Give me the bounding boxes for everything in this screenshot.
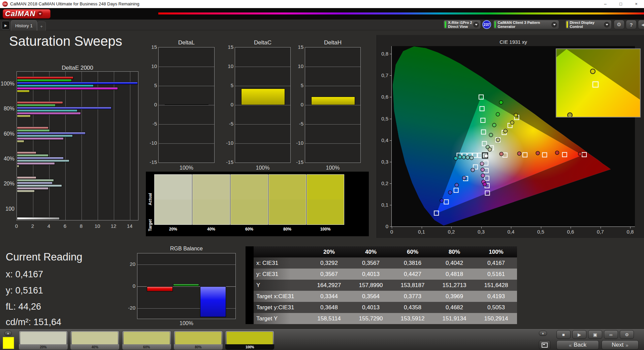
deltae-group-label: 20% (0, 181, 14, 187)
maximize-button[interactable]: □ (613, 0, 629, 8)
deltae-bar (17, 151, 36, 154)
meter-dropdown[interactable]: X-Rite i1Pro 2 Direct View (443, 20, 481, 29)
pattern-generator-dropdown[interactable]: CalMAN Client 3 Pattern Generator (493, 20, 559, 29)
deltae-x-tick: 2 (28, 223, 37, 229)
pattern-window-button[interactable] (539, 340, 550, 350)
collapse-panel-button[interactable]: ◀ (638, 20, 644, 29)
deltae-bar (17, 129, 50, 132)
pattern-swatch-color (20, 332, 66, 345)
table-cell: 0,3648 (308, 302, 350, 313)
pattern-generator-label: CalMAN Client 3 Pattern Generator (497, 21, 551, 29)
pattern-swatch-button[interactable]: 20% (19, 330, 68, 350)
delta-y-tick: -15 (221, 159, 233, 165)
table-cell: 0,4042 (433, 257, 475, 269)
settings-button[interactable]: ⚙ (614, 20, 624, 29)
cie-y-axis: 00,10,20,30,40,50,60,70,8 (377, 46, 390, 226)
pattern-swatch-color (72, 332, 118, 345)
cie-x-tick: 0,4 (506, 229, 516, 235)
deltae-bar (17, 184, 62, 187)
cie-y-tick: 0,3 (377, 159, 388, 165)
cie-tick-mark (392, 227, 392, 229)
table-cell: 0,4427 (392, 269, 433, 280)
table-row: x: CIE310,32920,35670,38160,40420,4167 (254, 257, 517, 269)
cie-measured-circle (454, 156, 458, 160)
tab-history-1[interactable]: History 1 (11, 20, 37, 31)
gear-icon: ⚙ (617, 22, 621, 28)
cie-measured-circle (466, 155, 470, 159)
swatch-actual (193, 175, 230, 200)
cie-zoom-inset (556, 48, 641, 117)
minimize-button[interactable]: – (598, 0, 613, 8)
pattern-swatch-button[interactable]: 100% (225, 330, 275, 350)
cie-x-tick: 0,5 (536, 229, 546, 235)
meter-count-badge[interactable]: 237 (482, 20, 491, 29)
window-title: CalMAN 2018 CalMAN Ultimate for Business… (10, 1, 139, 6)
transport-snapshot-button[interactable]: ▣ (588, 330, 602, 339)
cie-measured-circle (496, 138, 500, 142)
deltae-bar (17, 115, 31, 117)
deltae-bar (17, 182, 53, 184)
tab-scroll-button[interactable]: ▶ (2, 21, 10, 30)
transport-stop-button[interactable]: ■ (556, 330, 571, 339)
pattern-swatch-color (124, 332, 170, 345)
cie-measured-circle (496, 112, 500, 116)
rgb-y-tick: -20 (121, 305, 135, 311)
chevron-down-icon (37, 11, 43, 16)
display-control-dropdown[interactable]: Direct Display Control (565, 20, 612, 29)
arrow-up-icon: ▲ (542, 332, 544, 335)
transport-continuous-button[interactable]: ∞ (604, 330, 618, 339)
table-cell: 0,5161 (475, 269, 517, 280)
delta-y-tick: -5 (291, 121, 303, 127)
delta-gridline (159, 105, 214, 105)
cie-tick-mark (390, 75, 391, 76)
transport-pattern-settings-button[interactable]: ⚙ (620, 330, 634, 339)
cie-tick-mark (390, 162, 391, 162)
cie-y-tick: 0,1 (377, 202, 388, 208)
pattern-swatch-button[interactable]: 40% (70, 330, 120, 350)
table-cell: 153,8187 (392, 280, 433, 291)
pattern-swatch-button[interactable]: 80% (173, 330, 223, 350)
pattern-swatch-label: 100% (225, 344, 274, 350)
table-cell: 0,3567 (308, 269, 350, 280)
saturation-swatch (154, 174, 192, 225)
swatch-actual (155, 175, 192, 200)
deltae-chart (17, 71, 138, 220)
deltae-x-tick: 12 (109, 223, 118, 229)
deltae-bar (17, 157, 64, 160)
deltae-x-tick: 0 (12, 223, 21, 229)
table-row: Target x:CIE310,33440,35640,37730,39690,… (254, 291, 517, 302)
header-band: CalMAN (0, 8, 644, 20)
cie-chart-title: CIE 1931 xy (392, 39, 635, 45)
next-button[interactable]: Next » (602, 340, 639, 350)
current-pattern-swatch[interactable] (3, 337, 14, 349)
rgb-balance-x-label: 100% (137, 320, 236, 326)
transport-play-button[interactable]: ▶ (572, 330, 586, 339)
rgb-bar (200, 286, 226, 317)
swatch-target (155, 200, 192, 224)
cie-tick-mark (390, 226, 391, 227)
add-tab-label: + (40, 24, 43, 29)
deltae-gridline (130, 72, 130, 220)
deltah-chart-title: DeltaH (305, 39, 361, 46)
deltae-bar (17, 140, 24, 143)
rgb-y-tick: 0 (121, 283, 135, 289)
back-button[interactable]: « Back (556, 340, 599, 350)
close-button[interactable]: × (629, 0, 644, 8)
cie-measured-circle (480, 162, 484, 166)
pattern-swatch-button[interactable]: 60% (122, 330, 171, 350)
deltah-chart (305, 47, 361, 163)
cie-measured-circle (499, 101, 503, 104)
scroll-up-button-right[interactable]: ▲ (539, 331, 547, 336)
deltal-chart-title: DeltaL (158, 39, 215, 46)
deltae-group-label: 80% (0, 106, 14, 112)
add-tab-button[interactable]: + (37, 22, 46, 31)
pattern-status-accent (494, 21, 496, 28)
table-cell: 0,4013 (350, 302, 392, 313)
scroll-up-button-left[interactable]: ▲ (4, 331, 12, 336)
cie-x-tick: 0,8 (625, 229, 636, 235)
table-row-label: Target y:CIE31 (254, 302, 308, 313)
help-button[interactable]: ? (626, 20, 637, 29)
calman-logo-menu[interactable]: CalMAN (3, 9, 51, 19)
swatch-actual (231, 175, 268, 200)
chevron-left-icon: « (569, 342, 572, 348)
